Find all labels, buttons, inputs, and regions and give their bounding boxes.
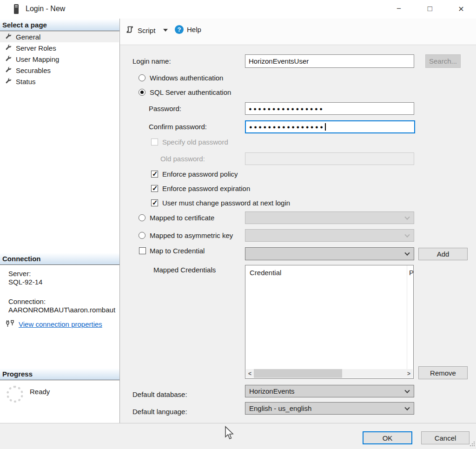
default-database-label: Default database: <box>132 390 187 398</box>
grid-column-provider-partial: P <box>409 269 414 277</box>
wrench-icon <box>5 44 12 52</box>
window-title: Login - New <box>26 5 65 13</box>
password-label: Password: <box>149 105 181 112</box>
cancel-button[interactable]: Cancel <box>421 431 469 444</box>
must-change-password-label[interactable]: User must change password at next login <box>162 199 290 207</box>
wrench-icon <box>5 78 12 86</box>
sidebar-item-server-roles[interactable]: Server Roles <box>0 42 119 53</box>
sql-auth-radio[interactable] <box>139 89 145 96</box>
sidebar-item-label: Status <box>16 78 36 86</box>
grid-column-separator <box>407 265 407 370</box>
mapped-certificate-radio[interactable] <box>139 214 145 221</box>
script-label: Script <box>138 26 155 34</box>
specify-old-password-label[interactable]: Specify old password <box>162 138 228 146</box>
select-a-page-header: Select a page <box>0 20 119 31</box>
script-icon <box>126 25 134 35</box>
view-connection-properties-label[interactable]: View connection properties <box>19 320 102 328</box>
credential-combobox[interactable] <box>245 247 414 260</box>
chevron-down-icon <box>404 232 410 237</box>
help-icon: ? <box>175 25 184 34</box>
login-new-dialog: Login - New − □ ✕ Select a page General … <box>0 0 476 449</box>
asymmetric-key-combobox[interactable] <box>245 229 414 242</box>
default-database-value: HorizonEvents <box>249 387 295 395</box>
chevron-down-icon <box>404 251 410 256</box>
old-password-label: Old password: <box>160 155 205 163</box>
server-label: Server: <box>8 270 119 277</box>
progress-spinner-icon <box>7 386 23 403</box>
windows-auth-radio[interactable] <box>139 74 145 81</box>
progress-header: Progress <box>0 369 119 380</box>
default-language-combobox[interactable]: English - us_english <box>245 402 414 415</box>
confirm-password-mask: ●●●●●●●●●●●●●●●● <box>249 124 324 130</box>
chevron-down-icon <box>404 405 410 410</box>
sidebar-item-label: General <box>16 33 40 41</box>
add-button[interactable]: Add <box>418 248 468 260</box>
map-to-credential-checkbox[interactable] <box>139 247 146 254</box>
login-name-label: Login name: <box>132 57 171 65</box>
default-language-label: Default language: <box>132 408 187 416</box>
sidebar-item-label: Securables <box>16 66 51 74</box>
enforce-expiration-checkbox[interactable] <box>151 185 158 192</box>
specify-old-password-checkbox[interactable] <box>151 139 158 145</box>
password-input[interactable]: ●●●●●●●●●●●●●●●● <box>245 102 414 115</box>
confirm-password-input[interactable]: ●●●●●●●●●●●●●●●● <box>245 120 415 133</box>
wrench-icon <box>5 55 12 63</box>
default-database-combobox[interactable]: HorizonEvents <box>245 385 414 397</box>
sidebar-item-user-mapping[interactable]: User Mapping <box>0 53 119 65</box>
server-value: SQL-92-14 <box>8 278 119 286</box>
sidebar-item-label: Server Roles <box>16 44 56 52</box>
help-label: Help <box>187 26 201 33</box>
mapped-credentials-grid[interactable]: Credential P < > <box>245 265 414 379</box>
scrollbar-thumb[interactable] <box>254 369 342 378</box>
grid-column-credential: Credential <box>250 269 281 277</box>
text-caret <box>325 123 326 131</box>
default-language-value: English - us_english <box>249 404 311 412</box>
script-dropdown-icon[interactable] <box>163 29 168 32</box>
plug-icon <box>6 320 15 329</box>
mapped-credentials-label: Mapped Credentials <box>153 266 216 274</box>
remove-button[interactable]: Remove <box>418 366 468 379</box>
view-connection-properties-link[interactable]: View connection properties <box>6 320 102 329</box>
login-name-input[interactable] <box>245 54 414 68</box>
sidebar: Select a page General Server Roles User … <box>0 19 119 423</box>
login-dialog-icon <box>13 4 20 16</box>
help-button[interactable]: ? Help <box>175 25 201 34</box>
script-button[interactable]: Script <box>126 25 168 35</box>
scroll-left-icon[interactable]: < <box>246 369 254 378</box>
sidebar-item-label: User Mapping <box>16 55 59 63</box>
connection-label: Connection: <box>8 297 119 305</box>
wrench-icon <box>5 66 12 74</box>
mapped-certificate-label[interactable]: Mapped to certificate <box>150 214 214 222</box>
mapped-asymmetric-key-label[interactable]: Mapped to asymmetric key <box>150 231 233 239</box>
certificate-combobox[interactable] <box>245 211 414 224</box>
enforce-policy-checkbox[interactable] <box>151 171 158 178</box>
map-to-credential-label[interactable]: Map to Credential <box>150 247 205 255</box>
confirm-password-label: Confirm password: <box>149 123 207 131</box>
sidebar-item-general[interactable]: General <box>0 31 119 42</box>
enforce-expiration-label[interactable]: Enforce password expiration <box>162 185 250 192</box>
chevron-down-icon <box>404 214 410 219</box>
page-list: General Server Roles User Mapping Secura… <box>0 31 119 87</box>
old-password-input[interactable] <box>245 152 414 165</box>
enforce-policy-label[interactable]: Enforce password policy <box>162 170 238 178</box>
toolbar: Script ? Help <box>120 19 476 45</box>
sidebar-item-securables[interactable]: Securables <box>0 65 119 76</box>
connection-header: Connection <box>0 253 119 265</box>
must-change-password-checkbox[interactable] <box>151 199 158 206</box>
wrench-icon <box>5 33 12 41</box>
minimize-button[interactable]: − <box>389 0 409 18</box>
scroll-right-icon[interactable]: > <box>405 369 413 378</box>
resize-grip[interactable] <box>469 440 475 448</box>
ok-button[interactable]: OK <box>363 431 412 444</box>
close-button[interactable]: ✕ <box>451 0 471 18</box>
sql-auth-label[interactable]: SQL Server authentication <box>150 88 231 96</box>
sidebar-item-status[interactable]: Status <box>0 76 119 87</box>
windows-auth-label[interactable]: Windows authentication <box>150 74 223 82</box>
password-mask: ●●●●●●●●●●●●●●●● <box>249 106 324 112</box>
maximize-button[interactable]: □ <box>420 0 440 18</box>
title-bar: Login - New − □ ✕ <box>0 0 476 19</box>
search-button[interactable]: Search... <box>425 54 461 68</box>
horizontal-scrollbar[interactable]: < > <box>246 369 413 378</box>
chevron-down-icon <box>404 388 410 393</box>
mapped-asymmetric-key-radio[interactable] <box>139 232 145 239</box>
